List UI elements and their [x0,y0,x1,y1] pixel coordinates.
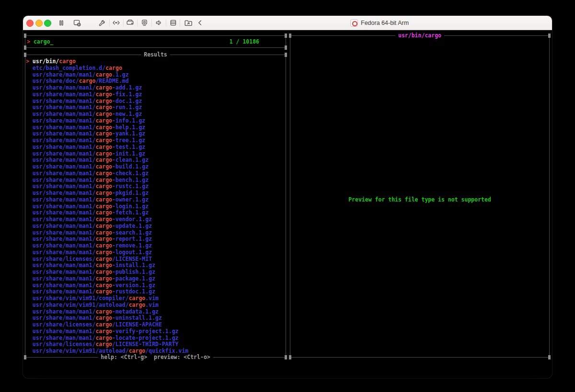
result-row[interactable]: usr/share/man/man1/cargo-package.1.gz [26,276,285,282]
result-row[interactable]: usr/share/man/man1/cargo-test.1.gz [26,144,285,151]
result-row[interactable]: usr/share/man/man1/cargo-fetch.1.gz [26,210,285,216]
border-corner [548,34,551,38]
result-row[interactable]: usr/share/man/man1/cargo-verify-project.… [26,328,285,335]
result-row[interactable]: usr/share/man/man1/cargo-tree.1.gz [26,137,285,144]
result-row[interactable]: usr/share/man/man1/cargo-info.1.gz [26,118,285,124]
wrench-icon[interactable] [97,18,107,28]
result-row[interactable]: usr/share/man/man1/cargo-bench.1.gz [26,177,285,184]
result-row[interactable]: usr/share/man/man1/cargo-publish.1.gz [26,269,285,276]
result-row[interactable]: usr/share/licenses/cargo/LICENSE-MIT [26,256,285,263]
result-row[interactable]: usr/share/man/man1/cargo.1.gz [26,72,285,78]
border-corner [24,45,26,50]
results-panel-title: Results [141,52,170,58]
border-corner [24,53,26,57]
result-row[interactable]: usr/share/man/man1/cargo-owner.1.gz [26,197,285,203]
border-corner [285,355,287,359]
result-row[interactable]: usr/share/man/man1/cargo-rustc.1.gz [26,183,285,190]
result-row[interactable]: usr/share/man/man1/cargo-help.1.gz [26,124,285,131]
border-corner [285,53,287,57]
border-corner [548,355,551,359]
titlebar: Fedora 64-bit Arm [23,16,552,30]
result-row[interactable]: usr/share/man/man1/cargo-uninstall.1.gz [26,315,285,322]
result-row[interactable]: usr/share/man/man1/cargo-yank.1.gz [26,131,285,137]
border-corner [289,34,291,38]
result-row[interactable]: usr/share/man/man1/cargo-fix.1.gz [26,91,285,98]
result-row[interactable]: usr/share/man/man1/cargo-report.1.gz [26,236,285,243]
search-query: cargo [34,38,50,45]
capture-screen-icon[interactable] [71,18,82,28]
result-row[interactable]: usr/share/vim/vim91/autoload/cargo.vim [26,302,285,309]
toolbar-separator [109,19,110,26]
zoom-button[interactable] [44,20,51,27]
back-chevron-icon[interactable] [195,18,205,28]
prompt-chevron: > [27,38,30,45]
drive-icon[interactable] [125,18,135,28]
result-row[interactable]: usr/share/man/man1/cargo-run.1.gz [26,104,285,111]
result-row[interactable]: usr/share/man/man1/cargo-search.1.gz [26,230,285,236]
toolbar-separator [166,19,166,26]
toolbar-separator [180,19,180,26]
result-row[interactable]: usr/share/man/man1/cargo-doc.1.gz [26,98,285,105]
results-list: > usr/bin/cargo etc/bash_completion.d/ca… [26,58,285,355]
border-corner [285,34,287,38]
result-row[interactable]: etc/bash_completion.d/cargo [26,65,285,72]
preview-panel: usr/bin/cargo Preview for this file type… [290,35,550,358]
result-row[interactable]: > usr/bin/cargo [26,58,285,65]
sound-icon[interactable] [153,18,164,28]
usb-device-icon[interactable] [139,18,150,28]
disk-icon[interactable] [168,18,178,28]
result-row[interactable]: usr/share/man/man1/cargo-new.1.gz [26,111,285,118]
toolbar-separator [137,19,138,26]
toolbar-separator [151,19,152,26]
border-corner [285,45,287,50]
result-row[interactable]: usr/share/man/man1/cargo-remove.1.gz [26,243,285,249]
result-row[interactable]: usr/share/man/man1/cargo-check.1.gz [26,170,285,177]
help-hint: help: <Ctrl-g> preview: <Ctrl-o> [98,354,213,360]
result-row[interactable]: usr/share/man/man1/cargo-version.1.gz [26,282,285,289]
search-input[interactable]: >cargo_ [27,36,54,47]
preview-unsupported-message: Preview for this file type is not suppor… [290,196,549,203]
result-row[interactable]: usr/share/licenses/cargo/LICENSE-APACHE [26,322,285,328]
result-row[interactable]: usr/share/man/man1/cargo-init.1.gz [26,151,285,157]
border-corner [24,34,26,38]
pause-icon[interactable] [56,18,67,28]
result-row[interactable]: usr/share/man/man1/cargo-install.1.gz [26,262,285,269]
result-row[interactable]: usr/share/vim/vim91/compiler/cargo.vim [26,295,285,302]
border-corner [24,355,26,359]
minimize-button[interactable] [35,20,43,27]
result-row[interactable]: usr/share/man/man1/cargo-rustdoc.1.gz [26,289,285,295]
preview-panel-title: usr/bin/cargo [395,33,444,39]
result-row[interactable]: usr/share/man/man1/cargo-build.1.gz [26,164,285,170]
serial-console-icon[interactable] [111,18,121,28]
result-count: 1 / 10186 [230,36,259,47]
text-cursor: _ [50,38,54,45]
window-title-group: Fedora 64-bit Arm [350,16,409,30]
terminal: >cargo_ 1 / 10186 Results > usr/bin/carg… [23,30,552,378]
result-row[interactable]: usr/share/man/man1/cargo-update.1.gz [26,223,285,230]
toolbar-separator [123,19,124,26]
vm-app-icon [350,19,358,27]
result-row[interactable]: usr/share/man/man1/cargo-clean.1.gz [26,157,285,164]
results-panel: Results > usr/bin/cargo etc/bash_complet… [25,55,286,358]
result-row[interactable]: usr/share/man/man1/cargo-pkgid.1.gz [26,190,285,197]
result-row[interactable]: usr/share/doc/cargo/README.md [26,78,285,85]
search-box[interactable]: >cargo_ 1 / 10186 [25,35,286,48]
result-row[interactable]: usr/share/man/man1/cargo-locate-project.… [26,335,285,342]
result-row[interactable]: usr/share/licenses/cargo/LICENSE-THIRD-P… [26,341,285,348]
close-button[interactable] [26,20,34,27]
shared-folder-icon[interactable] [183,18,194,28]
result-row[interactable]: usr/share/man/man1/cargo-logout.1.gz [26,249,285,256]
result-row[interactable]: usr/share/man/man1/cargo-add.1.gz [26,85,285,91]
result-row[interactable]: usr/share/man/man1/cargo-login.1.gz [26,203,285,210]
desktop: Fedora 64-bit Arm >cargo_ 1 / 10186 Resu… [0,0,575,392]
result-row[interactable]: usr/share/man/man1/cargo-metadata.1.gz [26,309,285,315]
border-corner [289,355,291,359]
result-row[interactable]: usr/share/man/man1/cargo-vendor.1.gz [26,216,285,223]
window-title: Fedora 64-bit Arm [361,20,409,26]
vm-window: Fedora 64-bit Arm >cargo_ 1 / 10186 Resu… [23,16,552,378]
